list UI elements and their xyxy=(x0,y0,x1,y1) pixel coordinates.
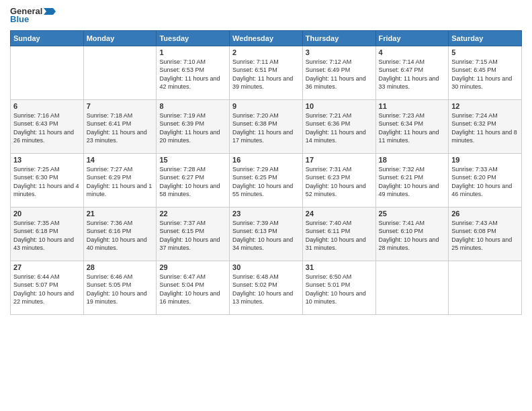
day-number: 2 xyxy=(232,48,300,56)
day-number: 21 xyxy=(87,210,154,218)
day-number: 28 xyxy=(87,263,154,271)
weekday-header-monday: Monday xyxy=(83,30,157,46)
day-number: 23 xyxy=(232,210,300,218)
calendar-cell: 13Sunrise: 7:25 AM Sunset: 6:30 PM Dayli… xyxy=(11,153,84,207)
weekday-header-wednesday: Wednesday xyxy=(230,30,303,46)
svg-marker-0 xyxy=(44,8,56,15)
calendar-table: SundayMondayTuesdayWednesdayThursdayFrid… xyxy=(10,30,522,315)
day-number: 24 xyxy=(306,210,373,218)
calendar-cell: 2Sunrise: 7:11 AM Sunset: 6:51 PM Daylig… xyxy=(230,46,303,99)
day-number: 7 xyxy=(87,102,154,110)
day-number: 29 xyxy=(159,263,226,271)
day-number: 15 xyxy=(159,156,226,164)
week-row-1: 1Sunrise: 7:10 AM Sunset: 6:53 PM Daylig… xyxy=(11,46,522,99)
day-info: Sunrise: 7:15 AM Sunset: 6:45 PM Dayligh… xyxy=(451,58,519,91)
day-number: 10 xyxy=(306,102,373,110)
day-number: 9 xyxy=(232,102,300,110)
day-info: Sunrise: 7:37 AM Sunset: 6:15 PM Dayligh… xyxy=(159,219,226,253)
day-info: Sunrise: 7:27 AM Sunset: 6:29 PM Dayligh… xyxy=(87,165,154,199)
weekday-header-saturday: Saturday xyxy=(449,30,522,46)
week-row-5: 27Sunrise: 6:44 AM Sunset: 5:07 PM Dayli… xyxy=(11,261,522,314)
calendar-cell xyxy=(449,261,522,314)
week-row-3: 13Sunrise: 7:25 AM Sunset: 6:30 PM Dayli… xyxy=(11,153,522,207)
day-number: 12 xyxy=(451,102,519,110)
day-info: Sunrise: 7:43 AM Sunset: 6:08 PM Dayligh… xyxy=(451,219,519,253)
calendar-cell: 21Sunrise: 7:36 AM Sunset: 6:16 PM Dayli… xyxy=(83,207,157,261)
weekday-header-friday: Friday xyxy=(375,30,449,46)
day-number: 16 xyxy=(232,156,300,164)
day-number: 3 xyxy=(306,48,373,56)
logo: General Blue xyxy=(10,7,56,25)
day-number: 6 xyxy=(13,102,81,110)
calendar-cell: 30Sunrise: 6:48 AM Sunset: 5:02 PM Dayli… xyxy=(230,261,303,314)
day-info: Sunrise: 7:39 AM Sunset: 6:13 PM Dayligh… xyxy=(232,219,300,253)
weekday-header-sunday: Sunday xyxy=(11,30,84,46)
day-info: Sunrise: 6:47 AM Sunset: 5:04 PM Dayligh… xyxy=(159,273,226,306)
day-info: Sunrise: 7:25 AM Sunset: 6:30 PM Dayligh… xyxy=(13,165,81,199)
logo-text: General Blue xyxy=(10,7,56,25)
calendar-cell xyxy=(11,46,84,99)
calendar-cell: 11Sunrise: 7:23 AM Sunset: 6:34 PM Dayli… xyxy=(375,99,449,153)
day-info: Sunrise: 7:23 AM Sunset: 6:34 PM Dayligh… xyxy=(379,111,446,145)
day-number: 1 xyxy=(159,48,226,56)
calendar-cell xyxy=(375,261,449,314)
day-info: Sunrise: 7:35 AM Sunset: 6:18 PM Dayligh… xyxy=(13,219,81,253)
day-number: 17 xyxy=(306,156,373,164)
calendar-cell: 20Sunrise: 7:35 AM Sunset: 6:18 PM Dayli… xyxy=(11,207,84,261)
week-row-2: 6Sunrise: 7:16 AM Sunset: 6:43 PM Daylig… xyxy=(11,99,522,153)
day-info: Sunrise: 7:20 AM Sunset: 6:38 PM Dayligh… xyxy=(232,111,300,145)
calendar-cell: 3Sunrise: 7:12 AM Sunset: 6:49 PM Daylig… xyxy=(302,46,375,99)
calendar-cell: 28Sunrise: 6:46 AM Sunset: 5:05 PM Dayli… xyxy=(83,261,157,314)
weekday-header-row: SundayMondayTuesdayWednesdayThursdayFrid… xyxy=(11,30,522,46)
day-info: Sunrise: 7:18 AM Sunset: 6:41 PM Dayligh… xyxy=(87,111,154,145)
calendar-cell: 10Sunrise: 7:21 AM Sunset: 6:36 PM Dayli… xyxy=(302,99,375,153)
day-info: Sunrise: 6:46 AM Sunset: 5:05 PM Dayligh… xyxy=(87,273,154,306)
calendar-cell: 26Sunrise: 7:43 AM Sunset: 6:08 PM Dayli… xyxy=(449,207,522,261)
calendar-cell xyxy=(83,46,157,99)
day-info: Sunrise: 7:41 AM Sunset: 6:10 PM Dayligh… xyxy=(379,219,446,253)
day-number: 18 xyxy=(379,156,446,164)
day-number: 5 xyxy=(451,48,519,56)
day-number: 14 xyxy=(87,156,154,164)
day-number: 20 xyxy=(13,210,81,218)
logo-arrow-icon xyxy=(44,7,56,16)
day-info: Sunrise: 7:28 AM Sunset: 6:27 PM Dayligh… xyxy=(159,165,226,199)
day-number: 22 xyxy=(159,210,226,218)
calendar-cell: 7Sunrise: 7:18 AM Sunset: 6:41 PM Daylig… xyxy=(83,99,157,153)
calendar-cell: 12Sunrise: 7:24 AM Sunset: 6:32 PM Dayli… xyxy=(449,99,522,153)
calendar-cell: 1Sunrise: 7:10 AM Sunset: 6:53 PM Daylig… xyxy=(157,46,230,99)
day-info: Sunrise: 7:40 AM Sunset: 6:11 PM Dayligh… xyxy=(306,219,373,253)
day-info: Sunrise: 6:48 AM Sunset: 5:02 PM Dayligh… xyxy=(232,273,300,306)
calendar-cell: 19Sunrise: 7:33 AM Sunset: 6:20 PM Dayli… xyxy=(449,153,522,207)
calendar-cell: 15Sunrise: 7:28 AM Sunset: 6:27 PM Dayli… xyxy=(157,153,230,207)
calendar-cell: 4Sunrise: 7:14 AM Sunset: 6:47 PM Daylig… xyxy=(375,46,449,99)
calendar-cell: 29Sunrise: 6:47 AM Sunset: 5:04 PM Dayli… xyxy=(157,261,230,314)
day-number: 27 xyxy=(13,263,81,271)
day-number: 26 xyxy=(451,210,519,218)
calendar-cell: 14Sunrise: 7:27 AM Sunset: 6:29 PM Dayli… xyxy=(83,153,157,207)
day-number: 11 xyxy=(379,102,446,110)
day-info: Sunrise: 7:11 AM Sunset: 6:51 PM Dayligh… xyxy=(232,58,300,91)
day-info: Sunrise: 7:12 AM Sunset: 6:49 PM Dayligh… xyxy=(306,58,373,91)
day-info: Sunrise: 7:36 AM Sunset: 6:16 PM Dayligh… xyxy=(87,219,154,253)
day-info: Sunrise: 7:21 AM Sunset: 6:36 PM Dayligh… xyxy=(306,111,373,145)
calendar-cell: 8Sunrise: 7:19 AM Sunset: 6:39 PM Daylig… xyxy=(157,99,230,153)
day-number: 25 xyxy=(379,210,446,218)
day-info: Sunrise: 7:32 AM Sunset: 6:21 PM Dayligh… xyxy=(379,165,446,199)
calendar-cell: 17Sunrise: 7:31 AM Sunset: 6:23 PM Dayli… xyxy=(302,153,375,207)
day-info: Sunrise: 6:50 AM Sunset: 5:01 PM Dayligh… xyxy=(306,273,373,306)
day-number: 31 xyxy=(306,263,373,271)
weekday-header-thursday: Thursday xyxy=(302,30,375,46)
calendar-cell: 5Sunrise: 7:15 AM Sunset: 6:45 PM Daylig… xyxy=(449,46,522,99)
day-info: Sunrise: 7:14 AM Sunset: 6:47 PM Dayligh… xyxy=(379,58,446,91)
day-info: Sunrise: 7:16 AM Sunset: 6:43 PM Dayligh… xyxy=(13,111,81,145)
calendar-cell: 6Sunrise: 7:16 AM Sunset: 6:43 PM Daylig… xyxy=(11,99,84,153)
day-info: Sunrise: 7:31 AM Sunset: 6:23 PM Dayligh… xyxy=(306,165,373,199)
calendar-cell: 24Sunrise: 7:40 AM Sunset: 6:11 PM Dayli… xyxy=(302,207,375,261)
calendar-cell: 25Sunrise: 7:41 AM Sunset: 6:10 PM Dayli… xyxy=(375,207,449,261)
week-row-4: 20Sunrise: 7:35 AM Sunset: 6:18 PM Dayli… xyxy=(11,207,522,261)
day-info: Sunrise: 7:10 AM Sunset: 6:53 PM Dayligh… xyxy=(159,58,226,91)
calendar-cell: 23Sunrise: 7:39 AM Sunset: 6:13 PM Dayli… xyxy=(230,207,303,261)
day-number: 13 xyxy=(13,156,81,164)
day-info: Sunrise: 6:44 AM Sunset: 5:07 PM Dayligh… xyxy=(13,273,81,306)
